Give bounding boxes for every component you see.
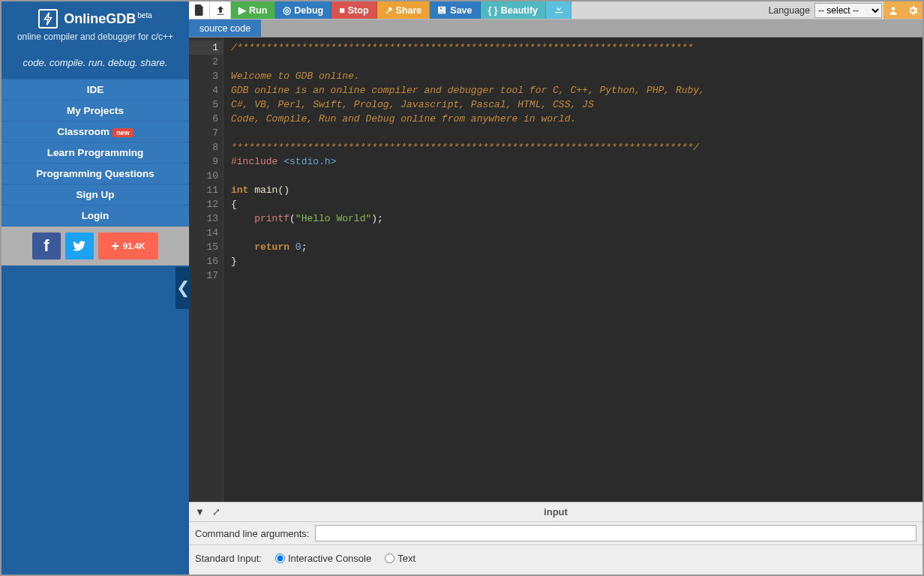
chevron-left-icon: ❮ [176, 278, 190, 298]
sidebar-item-learn-programming[interactable]: Learn Programming [2, 142, 189, 164]
sidebar-item-my-projects[interactable]: My Projects [2, 100, 189, 122]
language-select[interactable]: -- select -- [814, 3, 882, 18]
download-button[interactable] [546, 2, 572, 19]
twitter-icon[interactable] [65, 232, 94, 260]
sidebar-item-programming-questions[interactable]: Programming Questions [2, 164, 189, 184]
upload-icon[interactable] [210, 2, 231, 19]
facebook-icon[interactable]: f [32, 232, 61, 260]
play-icon: ▶ [238, 4, 246, 16]
sidebar-item-classroom[interactable]: Classroomnew [2, 122, 189, 142]
tab-source-code[interactable]: source code [189, 20, 261, 37]
main-panel: ▶ Run ◎ Debug ■ Stop ↗ Share 💾︎ Save { }… [189, 2, 922, 574]
toolbar: ▶ Run ◎ Debug ■ Stop ↗ Share 💾︎ Save { }… [189, 2, 922, 20]
sidebar-item-label: IDE [87, 84, 104, 95]
code-editor[interactable]: 1234 5678 9101112 13141516 17 /*********… [189, 38, 922, 502]
bottom-controls: ▼ ⤢ input [189, 502, 922, 522]
stdin-label: Standard Input: [195, 553, 262, 564]
share-button[interactable]: ↗ Share [377, 2, 430, 19]
cmdline-input[interactable] [315, 525, 916, 542]
new-file-icon[interactable] [189, 2, 210, 19]
expand-icon[interactable]: ⤢ [212, 506, 220, 518]
bottom-title: input [544, 506, 568, 518]
run-button[interactable]: ▶ Run [231, 2, 275, 19]
target-icon: ◎ [283, 4, 291, 16]
share-count-button[interactable]: + 91.4K [98, 232, 158, 260]
cmdline-row: Command line arguments: [189, 522, 922, 545]
sidebar-item-label: My Projects [67, 105, 124, 116]
radio-interactive[interactable]: Interactive Console [275, 553, 371, 564]
sidebar-item-label: Login [82, 210, 110, 221]
bottom-panel: ▼ ⤢ input Command line arguments: Standa… [189, 502, 922, 574]
new-badge: new [112, 128, 134, 137]
radio-text-input[interactable] [385, 554, 394, 563]
svg-point-0 [892, 7, 896, 10]
download-icon [554, 4, 564, 16]
save-button[interactable]: 💾︎ Save [430, 2, 480, 19]
gutter: 1234 5678 9101112 13141516 17 [189, 38, 224, 502]
share-count: 91.4K [123, 242, 145, 250]
radio-interactive-input[interactable] [275, 554, 285, 563]
sidebar-item-ide[interactable]: IDE [2, 79, 189, 100]
plus-icon: + [112, 238, 120, 254]
brand-name[interactable]: OnlineGDB [64, 11, 136, 26]
sidebar-item-sign-up[interactable]: Sign Up [2, 184, 189, 206]
sidebar-item-label: Learn Programming [47, 147, 143, 158]
logo-section: OnlineGDBbeta online compiler and debugg… [2, 2, 189, 46]
beta-tag: beta [137, 11, 152, 20]
stdin-row: Standard Input: Interactive Console Text [189, 545, 922, 574]
cmdline-label: Command line arguments: [195, 528, 309, 539]
user-icon[interactable] [884, 2, 903, 19]
save-icon: 💾︎ [437, 5, 447, 16]
brand-subtitle: online compiler and debugger for c/c++ [2, 32, 189, 42]
tab-bar: source code [189, 20, 922, 38]
beautify-button[interactable]: { } Beautify [481, 2, 547, 19]
radio-text[interactable]: Text [385, 553, 416, 564]
sidebar-item-label: Classroom [57, 126, 110, 137]
sidebar-item-login[interactable]: Login [2, 206, 189, 226]
stop-icon: ■ [339, 5, 345, 16]
tagline: code. compile. run. debug. share. [2, 46, 189, 79]
language-label: Language [764, 5, 814, 16]
collapse-handle[interactable]: ❮ [176, 267, 190, 309]
bolt-icon [38, 9, 58, 28]
sidebar: OnlineGDBbeta online compiler and debugg… [2, 2, 189, 574]
chevron-down-icon[interactable]: ▼ [195, 506, 205, 518]
braces-icon: { } [488, 5, 498, 16]
sidebar-item-label: Programming Questions [36, 168, 154, 179]
share-icon: ↗ [385, 4, 393, 16]
gear-icon[interactable] [903, 2, 922, 19]
stop-button[interactable]: ■ Stop [332, 2, 376, 19]
social-row: f + 91.4K [2, 226, 189, 266]
code-area[interactable]: /***************************************… [224, 38, 705, 502]
sidebar-item-label: Sign Up [76, 189, 115, 200]
debug-button[interactable]: ◎ Debug [275, 2, 332, 19]
